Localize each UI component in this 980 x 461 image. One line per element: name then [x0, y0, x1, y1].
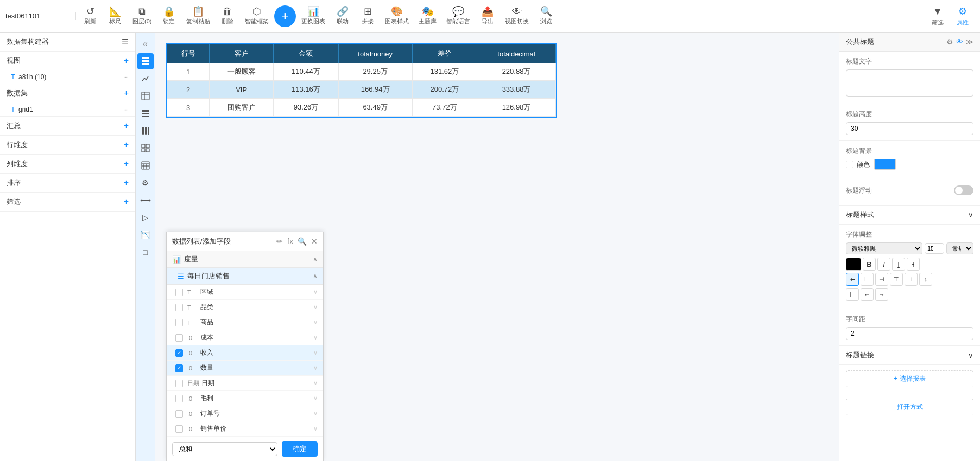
align-center-v-btn[interactable]: ⊥	[905, 273, 918, 286]
title-bg-color-preview[interactable]	[874, 159, 896, 170]
field-item-revenue[interactable]: ✓ .0 收入 ∨	[167, 345, 323, 361]
field-item-quantity[interactable]: ✓ .0 数量 ∨	[167, 361, 323, 376]
field-checkbox-margin[interactable]	[175, 395, 183, 402]
title-bg-checkbox[interactable]	[846, 161, 853, 168]
font-family-select[interactable]: 微软雅黑	[846, 242, 922, 254]
filter-section-header[interactable]: 筛选 +	[0, 193, 135, 211]
layer-btn[interactable]: ⧉ 图层(0)	[128, 4, 156, 28]
field-checkbox-cost[interactable]	[175, 334, 183, 342]
table-row[interactable]: 2 VIP 113.16万 166.94万 200.72万 333.88万	[167, 81, 556, 99]
field-panel-search-icon[interactable]: 🔍	[298, 237, 307, 246]
table-icon-btn[interactable]	[137, 88, 154, 104]
add-link-btn[interactable]: + 选择报表	[846, 370, 973, 387]
field-group-measure[interactable]: 📊 度量 ∧	[167, 251, 323, 268]
nav-next-btn[interactable]: →	[875, 288, 888, 301]
title-float-toggle[interactable]	[954, 185, 973, 195]
strikethrough-btn[interactable]: I	[907, 258, 920, 271]
field-item-unitprice[interactable]: .0 销售单价 ∨	[167, 421, 323, 437]
table-widget[interactable]: 行号 客户 金额 totalmoney 差价 totaldecimal 1 一般…	[166, 43, 557, 118]
nav-prev-btn[interactable]: ←	[861, 288, 874, 301]
bold-btn[interactable]: B	[863, 258, 876, 271]
align-right-h-btn[interactable]: ⊣	[875, 273, 888, 286]
table-row[interactable]: 3 团购客户 93.26万 63.49万 73.72万 126.98万	[167, 99, 556, 117]
sidebar-menu-icon[interactable]: ☰	[122, 37, 129, 46]
theme-btn[interactable]: 🎭 主题库	[414, 4, 441, 28]
table-row[interactable]: 1 一般顾客 110.44万 29.25万 131.62万 220.88万	[167, 63, 556, 81]
align-top-btn[interactable]: ⊤	[890, 273, 903, 286]
rowdim-section-header[interactable]: 行维度 +	[0, 136, 135, 154]
sort-add-icon[interactable]: +	[124, 178, 129, 188]
field-checkbox-revenue[interactable]: ✓	[175, 349, 183, 357]
field-subgroup-daily[interactable]: ☰ 每日门店销售 ∧	[167, 268, 323, 285]
open-style-btn[interactable]: 打开方式	[846, 399, 973, 415]
align-center-h-btn[interactable]: ⊢	[861, 273, 874, 286]
export-btn[interactable]: 📤 导出	[476, 4, 500, 28]
sort-section-header[interactable]: 排序 +	[0, 174, 135, 192]
viz-icon-btn[interactable]: 📉	[137, 227, 154, 243]
data-icon-btn[interactable]	[137, 53, 154, 69]
confirm-btn[interactable]: 确定	[282, 441, 318, 457]
view-item-1[interactable]: T a81h (10) ···	[0, 70, 135, 84]
rowdim-add-icon[interactable]: +	[124, 140, 129, 150]
collapse-btn[interactable]: «	[137, 36, 154, 52]
chartstyle-btn[interactable]: 🎨 图表样式	[381, 4, 413, 28]
field-item-category[interactable]: T 品类 ∨	[167, 300, 323, 315]
col-icon-btn[interactable]	[137, 123, 154, 139]
italic-btn[interactable]: I	[877, 258, 890, 271]
letter-spacing-input[interactable]	[846, 327, 973, 340]
field-checkbox-quantity[interactable]: ✓	[175, 364, 183, 372]
field-item-area[interactable]: T 区域 ∨	[167, 285, 323, 300]
summary-add-icon[interactable]: +	[124, 121, 129, 131]
align-bottom-btn[interactable]: ↕	[919, 273, 932, 286]
coldim-section-header[interactable]: 列维度 +	[0, 155, 135, 173]
view-section-header[interactable]: 视图 +	[0, 52, 135, 70]
browse-btn[interactable]: 🔍 浏览	[534, 4, 558, 28]
refresh-btn[interactable]: ↺ 刷新	[78, 4, 102, 28]
interact-icon-btn[interactable]: ⟷	[137, 192, 154, 208]
header-expand-icon[interactable]: ≫	[965, 37, 973, 46]
title-link-section[interactable]: 标题链接 ∨	[839, 346, 980, 365]
field-checkbox-date[interactable]	[175, 380, 183, 387]
mosaic-btn[interactable]: ⊞ 拼接	[356, 4, 380, 28]
cell-icon-btn[interactable]	[137, 157, 154, 174]
field-panel-close-icon[interactable]: ✕	[311, 237, 318, 246]
field-checkbox-area[interactable]	[175, 289, 183, 296]
filter-add-icon[interactable]: +	[124, 197, 129, 207]
field-checkbox-unitprice[interactable]	[175, 425, 183, 433]
properties-btn[interactable]: ⚙ 属性	[951, 3, 975, 29]
filter-btn[interactable]: ▼ 筛选	[926, 4, 950, 29]
dataset-item-more[interactable]: ···	[123, 106, 129, 113]
container-icon-btn[interactable]: □	[137, 244, 154, 260]
smart-btn[interactable]: 💬 智能语言	[442, 4, 475, 28]
field-item-date[interactable]: 日期 日期 ∨	[167, 376, 323, 391]
view-item-more[interactable]: ···	[123, 73, 129, 81]
field-item-cost[interactable]: .0 成本 ∨	[167, 330, 323, 345]
title-text-input[interactable]	[846, 69, 973, 97]
font-size-input[interactable]	[925, 243, 944, 254]
field-checkbox-product[interactable]	[175, 319, 183, 326]
delete-btn[interactable]: 🗑 删除	[216, 4, 239, 28]
coldim-add-icon[interactable]: +	[124, 159, 129, 169]
ruler-btn[interactable]: 📐 标尺	[103, 4, 127, 28]
field-checkbox-ordernum[interactable]	[175, 410, 183, 418]
nav-first-btn[interactable]: ⊢	[846, 288, 859, 301]
changechart-btn[interactable]: 📊 更换图表	[297, 4, 330, 28]
font-color-box[interactable]	[846, 258, 861, 271]
field-panel-edit-icon[interactable]: ✏	[276, 237, 283, 246]
header-settings-icon[interactable]: ⚙	[946, 37, 953, 46]
title-height-input[interactable]	[846, 122, 973, 135]
motion-icon-btn[interactable]: ▷	[137, 209, 154, 226]
lock-btn[interactable]: 🔒 锁定	[157, 4, 181, 28]
field-checkbox-category[interactable]	[175, 304, 183, 311]
copypaste-btn[interactable]: 📋 复制粘贴	[182, 4, 214, 28]
add-btn[interactable]: +	[274, 5, 296, 27]
field-item-product[interactable]: T 商品 ∨	[167, 315, 323, 330]
chart-icon-btn[interactable]	[137, 71, 154, 87]
view-add-icon[interactable]: +	[124, 56, 129, 66]
underline-btn[interactable]: I	[892, 258, 905, 271]
dataset-add-icon[interactable]: +	[124, 88, 129, 98]
smartframe-btn[interactable]: ⬡ 智能框架	[241, 4, 273, 28]
row-icon-btn[interactable]	[137, 105, 154, 121]
summary-section-header[interactable]: 汇总 +	[0, 117, 135, 135]
field-item-margin[interactable]: .0 毛利 ∨	[167, 391, 323, 406]
